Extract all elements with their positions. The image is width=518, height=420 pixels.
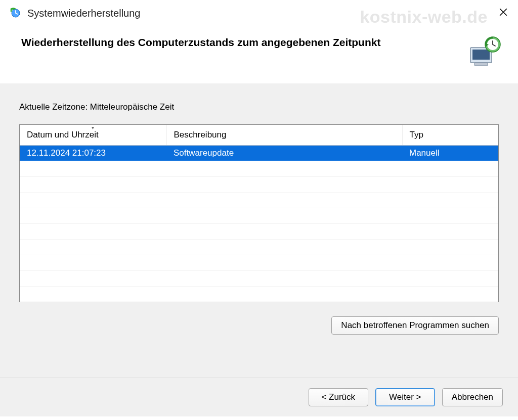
table-row	[20, 208, 498, 223]
table-row	[20, 270, 498, 286]
system-restore-icon	[9, 7, 21, 19]
table-row	[20, 192, 498, 208]
column-header-type[interactable]: Typ	[402, 125, 498, 146]
cell-description: Softwareupdate	[166, 146, 402, 161]
svg-rect-3	[474, 63, 488, 66]
column-header-description[interactable]: Beschreibung	[166, 125, 402, 146]
restore-large-icon	[467, 36, 503, 69]
back-button[interactable]: < Zurück	[309, 388, 368, 406]
header-section: Wiederherstellung des Computerzustands z…	[0, 25, 518, 83]
next-button[interactable]: Weiter >	[375, 388, 435, 406]
cell-date: 12.11.2024 21:07:23	[20, 146, 166, 161]
table-row	[20, 176, 498, 192]
cell-type: Manuell	[402, 146, 498, 161]
close-icon[interactable]	[495, 5, 512, 22]
table-row	[20, 161, 498, 176]
window-title: Systemwiederherstellung	[27, 8, 495, 19]
content-panel: Aktuelle Zeitzone: Mitteleuropäische Zei…	[0, 83, 518, 378]
wizard-footer: < Zurück Weiter > Abbrechen	[0, 378, 518, 416]
column-label: Beschreibung	[174, 130, 227, 139]
column-header-date[interactable]: ▾ Datum und Uhrzeit	[20, 125, 166, 146]
svg-rect-2	[472, 50, 490, 60]
timezone-label: Aktuelle Zeitzone: Mitteleuropäische Zei…	[19, 102, 499, 112]
scan-affected-programs-button[interactable]: Nach betroffenen Programmen suchen	[331, 316, 499, 335]
titlebar: Systemwiederherstellung	[0, 0, 518, 25]
table-row	[20, 239, 498, 255]
column-label: Datum und Uhrzeit	[27, 130, 99, 139]
page-title: Wiederherstellung des Computerzustands z…	[21, 36, 457, 49]
table-row	[20, 255, 498, 270]
sort-desc-icon: ▾	[92, 125, 94, 130]
table-row[interactable]: 12.11.2024 21:07:23 Softwareupdate Manue…	[20, 146, 498, 161]
table-row	[20, 223, 498, 239]
cancel-button[interactable]: Abbrechen	[442, 388, 503, 406]
restore-points-table[interactable]: ▾ Datum und Uhrzeit Beschreibung Typ 12.…	[19, 124, 499, 302]
column-label: Typ	[410, 130, 423, 139]
